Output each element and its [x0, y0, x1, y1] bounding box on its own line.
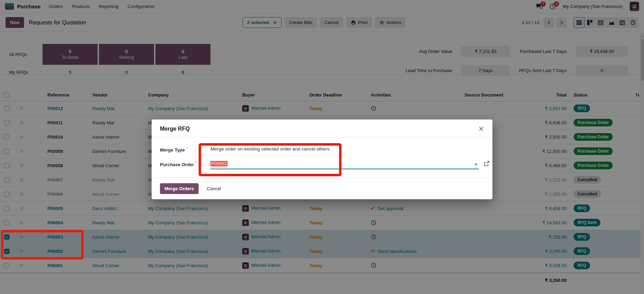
purchase-order-value: P00003	[210, 161, 228, 166]
merge-type-label: Merge Type?	[160, 146, 210, 153]
purchase-order-input[interactable]: P00003	[210, 161, 479, 169]
merge-orders-button[interactable]: Merge Orders	[160, 183, 199, 194]
modal-title: Merge RFQ	[160, 126, 190, 132]
external-link-icon[interactable]	[484, 161, 489, 167]
merge-type-select[interactable]: Merge order on existing selected order a…	[210, 146, 484, 152]
modal-cancel-button[interactable]: Cancel	[207, 186, 221, 191]
modal-close-icon[interactable]: ✕	[478, 125, 484, 132]
merge-rfq-modal: Merge RFQ ✕ Merge Type? Merge order on e…	[152, 119, 492, 199]
purchase-order-label: Purchase Order?	[160, 161, 210, 167]
dropdown-caret-icon[interactable]	[475, 164, 477, 165]
